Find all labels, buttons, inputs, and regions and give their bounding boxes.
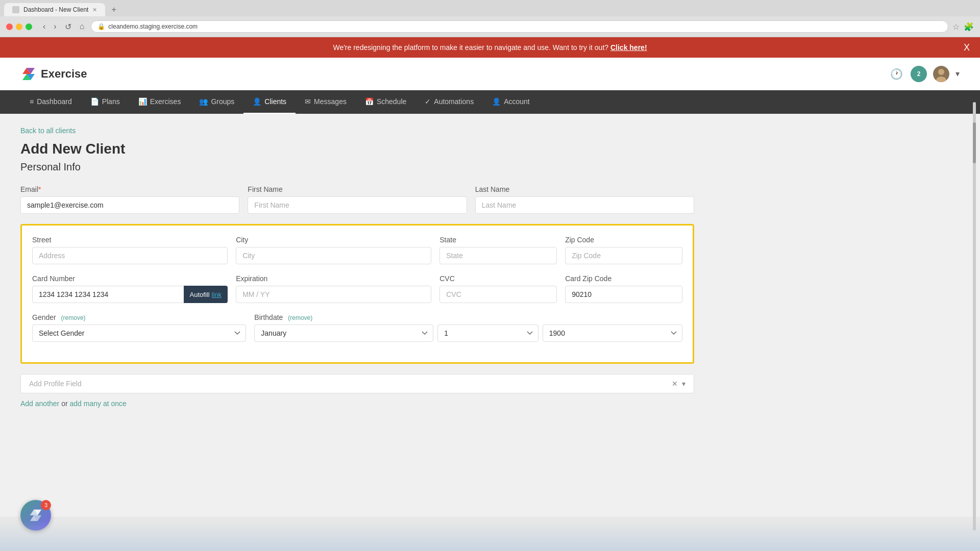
nav-item-account[interactable]: 👤 Account — [483, 90, 539, 114]
card-number-label: Card Number — [32, 274, 228, 283]
first-name-label: First Name — [248, 185, 467, 193]
forward-browser-button[interactable]: › — [51, 21, 59, 33]
scrollbar-thumb[interactable] — [973, 122, 976, 163]
city-label: City — [236, 236, 431, 244]
notification-badge[interactable]: 2 — [911, 66, 927, 82]
card-row: Card Number Autofill link Expiration CVC — [32, 274, 682, 303]
nav-item-groups[interactable]: 👥 Groups — [190, 90, 243, 114]
gender-remove-link[interactable]: (remove) — [61, 314, 86, 321]
add-links: Add another or add many at once — [20, 399, 694, 408]
birthdate-remove-link[interactable]: (remove) — [288, 314, 312, 321]
address-row: Street City State Zip Code — [32, 236, 682, 264]
active-tab[interactable]: Dashboard - New Client ✕ — [4, 3, 105, 16]
lock-icon: 🔒 — [97, 23, 105, 30]
bookmark-icon[interactable]: ☆ — [952, 22, 960, 32]
autofill-button[interactable]: Autofill link — [184, 286, 228, 303]
automations-icon: ✓ — [425, 97, 431, 106]
close-window-button[interactable] — [6, 23, 13, 30]
last-name-input[interactable] — [475, 196, 694, 214]
traffic-lights — [6, 23, 32, 30]
address-bar[interactable]: 🔒 cleandemo.staging.exercise.com — [91, 20, 948, 33]
cvc-input[interactable] — [439, 286, 557, 303]
nav-label-clients: Clients — [264, 97, 286, 106]
email-input[interactable] — [20, 196, 239, 214]
nav-label-groups: Groups — [211, 97, 234, 106]
minimize-window-button[interactable] — [16, 23, 22, 30]
street-input[interactable] — [32, 247, 228, 264]
profile-field-clear-icon[interactable]: ✕ — [672, 380, 678, 388]
or-text: or — [61, 399, 67, 408]
bubble-count: 3 — [44, 502, 47, 508]
section-title: Personal Info — [20, 161, 694, 173]
new-tab-button[interactable]: + — [107, 3, 120, 16]
banner-cta-link[interactable]: Click here! — [610, 43, 647, 52]
clock-icon[interactable]: 🕐 — [888, 66, 904, 82]
reload-button[interactable]: ↺ — [62, 21, 74, 33]
account-dropdown-arrow[interactable]: ▾ — [955, 69, 960, 79]
home-button[interactable]: ⌂ — [77, 21, 87, 33]
back-browser-button[interactable]: ‹ — [40, 21, 48, 33]
zip-input[interactable] — [565, 247, 682, 264]
bubble-logo-icon — [28, 508, 43, 517]
gender-select[interactable]: Select Gender Male Female Other Prefer n… — [32, 324, 246, 342]
card-zip-input[interactable] — [565, 286, 682, 303]
basic-info-row: Email* First Name Last Name — [20, 185, 694, 214]
tab-bar: Dashboard - New Client ✕ + — [0, 0, 980, 16]
nav-item-clients[interactable]: 👤 Clients — [243, 90, 296, 114]
scrollbar-track[interactable] — [973, 102, 976, 517]
nav-label-exercises: Exercises — [150, 97, 181, 106]
nav-label-dashboard: Dashboard — [37, 97, 72, 106]
extensions-icon[interactable]: 🧩 — [964, 22, 974, 32]
app-logo[interactable]: Exercise — [20, 66, 87, 82]
nav-item-messages[interactable]: ✉ Messages — [296, 90, 356, 114]
messages-icon: ✉ — [305, 97, 311, 106]
nav-item-dashboard[interactable]: ≡ Dashboard — [20, 90, 81, 114]
redesign-banner: We're redesigning the platform to make i… — [0, 37, 980, 58]
required-marker: * — [38, 185, 41, 193]
birth-month-select[interactable]: January February March — [254, 324, 433, 342]
zip-label: Zip Code — [565, 236, 682, 244]
back-link[interactable]: Back to all clients — [20, 127, 76, 135]
url-text: cleandemo.staging.exercise.com — [108, 23, 198, 30]
nav-label-plans: Plans — [102, 97, 120, 106]
card-input-wrapper: Autofill link — [32, 286, 228, 303]
add-another-link[interactable]: Add another — [20, 399, 59, 408]
card-zip-label: Card Zip Code — [565, 274, 682, 283]
birth-day-select[interactable]: 1 2 3 — [437, 324, 538, 342]
street-label: Street — [32, 236, 228, 244]
state-input[interactable] — [439, 247, 557, 264]
gender-group: Gender (remove) Select Gender Male Femal… — [32, 313, 246, 342]
city-input[interactable] — [236, 247, 431, 264]
autofill-link: link — [212, 291, 222, 298]
gender-birthdate-row: Gender (remove) Select Gender Male Femal… — [32, 313, 682, 342]
avatar[interactable] — [933, 66, 949, 82]
profile-field-row: Add Profile Field ✕ ▾ — [20, 374, 694, 393]
banner-close-button[interactable]: X — [964, 42, 970, 53]
profile-field-dropdown-icon[interactable]: ▾ — [682, 380, 685, 388]
browser-toolbar: ‹ › ↺ ⌂ 🔒 cleandemo.staging.exercise.com… — [0, 16, 980, 37]
nav-label-account: Account — [504, 97, 530, 106]
street-group: Street — [32, 236, 228, 264]
tab-close-button[interactable]: ✕ — [92, 7, 97, 13]
app-wrapper: We're redesigning the platform to make i… — [0, 37, 980, 517]
birth-year-select[interactable]: 1900 1901 — [543, 324, 682, 342]
dashboard-icon: ≡ — [30, 97, 34, 106]
expiration-input[interactable] — [236, 286, 431, 303]
expiration-group: Expiration — [236, 274, 431, 303]
city-group: City — [236, 236, 431, 264]
nav-item-schedule[interactable]: 📅 Schedule — [356, 90, 415, 114]
account-icon: 👤 — [492, 97, 501, 106]
nav-item-exercises[interactable]: 📊 Exercises — [129, 90, 190, 114]
exercises-icon: 📊 — [138, 97, 147, 106]
main-content: Back to all clients Add New Client Perso… — [0, 114, 715, 420]
birthdate-group: Birthdate (remove) January February Marc… — [254, 313, 682, 342]
groups-icon: 👥 — [199, 97, 208, 106]
cvc-label: CVC — [439, 274, 557, 283]
add-many-link[interactable]: add many at once — [70, 399, 127, 408]
first-name-input[interactable] — [248, 196, 467, 214]
svg-point-5 — [938, 69, 944, 75]
email-group: Email* — [20, 185, 239, 214]
nav-item-automations[interactable]: ✓ Automations — [415, 90, 483, 114]
maximize-window-button[interactable] — [26, 23, 32, 30]
nav-item-plans[interactable]: 📄 Plans — [81, 90, 129, 114]
